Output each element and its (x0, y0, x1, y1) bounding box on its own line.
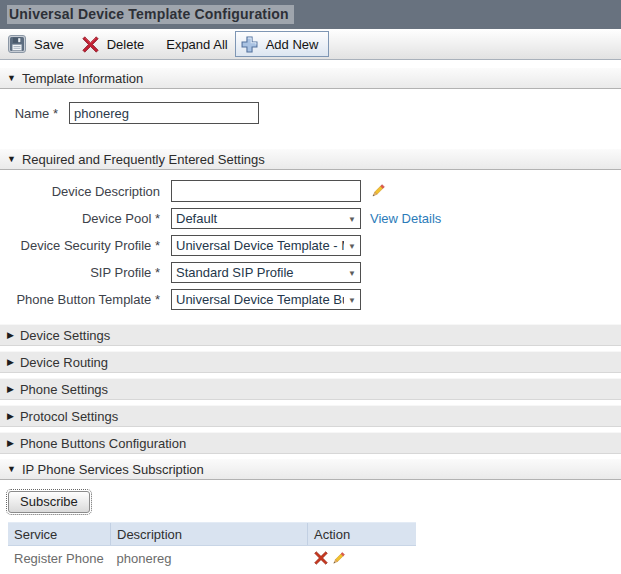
sip-profile-label: SIP Profile * (0, 265, 160, 280)
device-security-profile-value: Universal Device Template - Moc (176, 238, 344, 253)
name-row: Name * (0, 102, 621, 124)
chevron-down-icon: ▼ (348, 242, 356, 251)
red-x-icon (82, 36, 99, 53)
section-phone-settings-label: Phone Settings (20, 382, 108, 397)
services-table: Service Description Action Register Phon… (8, 522, 416, 570)
chevron-down-icon: ▼ (348, 215, 356, 224)
expand-all-button[interactable]: Expand All (166, 37, 227, 52)
section-template-information-label: Template Information (22, 71, 143, 86)
sip-profile-select[interactable]: Standard SIP Profile ▼ (171, 262, 361, 283)
device-pool-row: Device Pool * Default ▼ View Details (0, 207, 621, 229)
device-description-label: Device Description (0, 184, 160, 199)
section-required-settings-label: Required and Frequently Entered Settings (22, 152, 265, 167)
chevron-down-icon: ▼ (348, 269, 356, 278)
subscribe-button[interactable]: Subscribe (8, 491, 90, 513)
section-device-settings[interactable]: ▶ Device Settings (0, 324, 621, 346)
section-required-settings[interactable]: ▼ Required and Frequently Entered Settin… (0, 149, 621, 170)
delete-button[interactable]: Delete (82, 36, 145, 53)
section-ip-phone-services-label: IP Phone Services Subscription (22, 462, 204, 477)
delete-service-x-icon[interactable] (314, 551, 328, 565)
device-pool-label: Device Pool * (0, 211, 160, 226)
name-input[interactable] (69, 102, 259, 124)
collapsed-triangle-icon: ▶ (7, 411, 14, 421)
section-phone-buttons-configuration-label: Phone Buttons Configuration (20, 436, 186, 451)
section-device-routing[interactable]: ▶ Device Routing (0, 351, 621, 373)
page-title: Universal Device Template Configuration (7, 5, 294, 24)
save-button-label: Save (34, 37, 64, 52)
device-security-profile-select[interactable]: Universal Device Template - Moc ▼ (171, 235, 361, 256)
collapsed-triangle-icon: ▶ (7, 384, 14, 394)
delete-button-label: Delete (107, 37, 145, 52)
add-new-label: Add New (266, 37, 319, 52)
section-device-routing-label: Device Routing (20, 355, 108, 370)
phone-button-template-value: Universal Device Template Butto (176, 292, 344, 307)
services-table-header-row: Service Description Action (8, 523, 416, 546)
section-phone-buttons-configuration[interactable]: ▶ Phone Buttons Configuration (0, 432, 621, 454)
add-new-button[interactable]: Add New (235, 31, 330, 57)
column-header-service: Service (8, 523, 111, 546)
edit-service-pencil-icon[interactable] (331, 551, 346, 566)
floppy-disk-icon (8, 35, 26, 53)
phone-button-template-label: Phone Button Template * (0, 292, 160, 307)
collapsed-triangle-icon: ▶ (7, 330, 14, 340)
phone-button-template-row: Phone Button Template * Universal Device… (0, 288, 621, 310)
page-header: Universal Device Template Configuration (0, 0, 621, 29)
toolbar: Save Delete Expand All Add New (0, 29, 621, 60)
device-security-profile-label: Device Security Profile * (0, 238, 160, 253)
device-pool-select[interactable]: Default ▼ (171, 208, 361, 229)
description-cell: phonereg (111, 546, 308, 571)
device-pool-value: Default (176, 211, 344, 226)
sip-profile-value: Standard SIP Profile (176, 265, 344, 280)
service-cell: Register Phone (8, 546, 111, 571)
name-label: Name * (0, 106, 58, 121)
column-header-description: Description (111, 523, 308, 546)
edit-pencil-icon[interactable] (370, 183, 386, 199)
expanded-triangle-icon: ▼ (7, 154, 16, 164)
device-security-profile-row: Device Security Profile * Universal Devi… (0, 234, 621, 256)
section-device-settings-label: Device Settings (20, 328, 110, 343)
collapsed-triangle-icon: ▶ (7, 438, 14, 448)
table-row: Register Phone phonereg (8, 546, 416, 571)
phone-button-template-select[interactable]: Universal Device Template Butto ▼ (171, 289, 361, 310)
action-cell (308, 546, 417, 571)
expand-all-label: Expand All (166, 37, 227, 52)
section-protocol-settings[interactable]: ▶ Protocol Settings (0, 405, 621, 427)
blue-plus-icon (241, 36, 258, 53)
column-header-action: Action (308, 523, 417, 546)
collapsed-triangle-icon: ▶ (7, 357, 14, 367)
required-settings-body: Device Description Device Pool * Default… (0, 180, 621, 310)
device-description-row: Device Description (0, 180, 621, 202)
section-template-information[interactable]: ▼ Template Information (0, 68, 621, 89)
save-button[interactable]: Save (8, 35, 64, 53)
view-details-link[interactable]: View Details (370, 211, 441, 226)
device-description-input[interactable] (171, 180, 361, 202)
expanded-triangle-icon: ▼ (7, 73, 16, 83)
section-ip-phone-services-subscription[interactable]: ▼ IP Phone Services Subscription (0, 459, 621, 480)
chevron-down-icon: ▼ (348, 296, 356, 305)
collapsed-sections: ▶ Device Settings ▶ Device Routing ▶ Pho… (0, 324, 621, 480)
section-protocol-settings-label: Protocol Settings (20, 409, 118, 424)
section-phone-settings[interactable]: ▶ Phone Settings (0, 378, 621, 400)
sip-profile-row: SIP Profile * Standard SIP Profile ▼ (0, 261, 621, 283)
expanded-triangle-icon: ▼ (7, 464, 16, 474)
